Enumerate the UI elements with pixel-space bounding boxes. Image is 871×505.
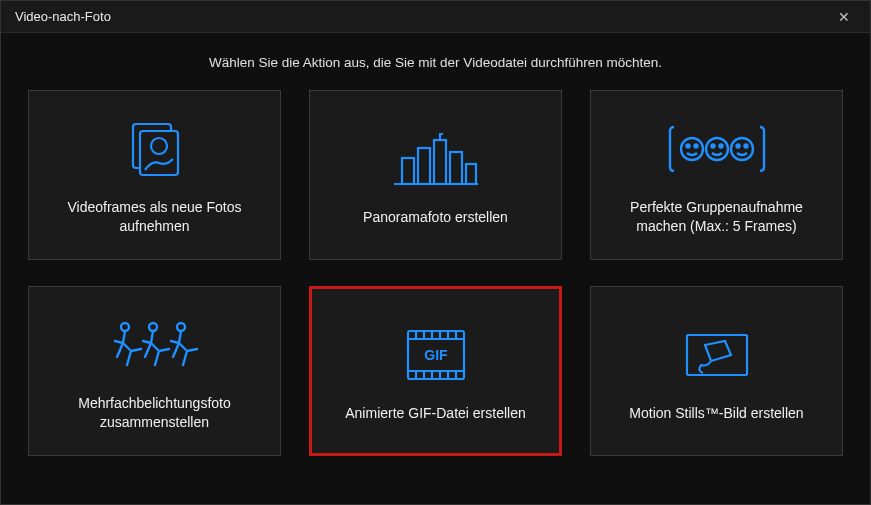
svg-point-9 (681, 138, 703, 160)
runners-icon (107, 310, 203, 380)
close-icon[interactable]: ✕ (832, 5, 856, 29)
tile-label: Panoramafoto erstellen (363, 208, 508, 227)
instruction-text: Wählen Sie die Aktion aus, die Sie mit d… (1, 33, 870, 90)
tile-label: Mehrfachbelichtungsfoto zusammenstellen (43, 394, 266, 432)
tile-label: Videoframes als neue Fotos aufnehmen (43, 198, 266, 236)
gif-film-icon: GIF (402, 320, 470, 390)
dialog-window: Video-nach-Foto ✕ Wählen Sie die Aktion … (0, 0, 871, 505)
titlebar: Video-nach-Foto ✕ (1, 1, 870, 33)
svg-rect-5 (418, 148, 430, 184)
svg-point-11 (694, 145, 697, 148)
svg-point-12 (706, 138, 728, 160)
tile-videoframes[interactable]: Videoframes als neue Fotos aufnehmen (28, 90, 281, 260)
tile-motion-stills[interactable]: Motion Stills™-Bild erstellen (590, 286, 843, 456)
svg-point-19 (149, 323, 157, 331)
smileys-icon (662, 114, 772, 184)
skyline-icon (392, 124, 480, 194)
svg-point-10 (686, 145, 689, 148)
kite-frame-icon (681, 320, 753, 390)
tile-multi-exposure[interactable]: Mehrfachbelichtungsfoto zusammenstellen (28, 286, 281, 456)
svg-point-20 (177, 323, 185, 331)
tile-label: Motion Stills™-Bild erstellen (629, 404, 803, 423)
tile-panorama[interactable]: Panoramafoto erstellen (309, 90, 562, 260)
tile-group-shot[interactable]: Perfekte Gruppenaufnahme machen (Max.: 5… (590, 90, 843, 260)
svg-point-14 (719, 145, 722, 148)
svg-rect-7 (450, 152, 462, 184)
svg-point-13 (711, 145, 714, 148)
svg-point-18 (121, 323, 129, 331)
svg-text:GIF: GIF (424, 347, 448, 363)
tile-animated-gif[interactable]: GIF Animierte GIF-Datei erstellen (309, 286, 562, 456)
svg-rect-8 (466, 164, 476, 184)
svg-point-16 (736, 145, 739, 148)
window-title: Video-nach-Foto (15, 9, 111, 24)
tile-label: Perfekte Gruppenaufnahme machen (Max.: 5… (605, 198, 828, 236)
svg-point-17 (744, 145, 747, 148)
action-grid: Videoframes als neue Fotos aufnehmen Pan… (1, 90, 870, 476)
photo-stack-icon (123, 114, 187, 184)
svg-rect-6 (434, 140, 446, 184)
tile-label: Animierte GIF-Datei erstellen (345, 404, 526, 423)
svg-point-15 (731, 138, 753, 160)
svg-rect-4 (402, 158, 414, 184)
